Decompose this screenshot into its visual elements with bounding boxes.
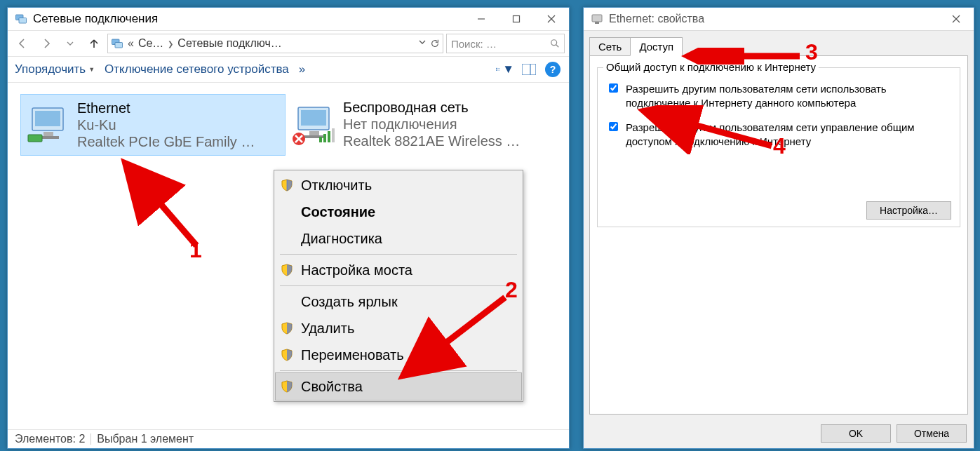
context-menu: Отключить Состояние Диагностика Настройк… [274,170,523,402]
allow-share-label: Разрешить другим пользователям сети испо… [626,82,951,111]
svg-rect-10 [496,68,497,69]
svg-rect-1 [19,18,27,24]
item-name: Беспроводная сеть [343,100,520,116]
item-device: Realtek 8821AE Wireless … [343,133,520,149]
svg-rect-22 [301,110,326,126]
item-device: Realtek PCIe GbE Family … [77,134,255,150]
ok-button[interactable]: OK [821,424,891,443]
svg-rect-27 [328,131,330,142]
cancel-button[interactable]: Отмена [897,424,967,443]
search-icon [550,39,560,48]
ics-groupbox: Общий доступ к подключению к Интернету Р… [597,67,960,227]
maximize-button[interactable] [499,8,534,30]
status-bar: Элементов: 2 Выбран 1 элемент [8,429,569,448]
svg-rect-20 [28,135,42,142]
shield-icon [280,379,294,393]
svg-point-8 [551,40,557,46]
tab-panel-sharing: Общий доступ к подключению к Интернету Р… [589,55,968,415]
svg-rect-3 [514,16,520,22]
item-name: Ethernet [77,100,255,116]
connection-item-wireless[interactable]: Беспроводная сеть Нет подключения Realte… [287,94,551,154]
back-button[interactable] [12,33,33,54]
address-bar: « Се… ❯ Сетевые подключ… Поиск: … [8,30,569,57]
item-status: Ku-Ku [77,117,255,133]
menu-shortcut[interactable]: Создать ярлык [276,288,521,315]
dialog-body: Сеть Доступ Общий доступ к подключению к… [584,31,974,420]
close-button[interactable] [939,8,974,30]
allow-control-checkbox[interactable] [609,122,618,131]
chevron-down-icon[interactable] [419,39,426,46]
svg-line-9 [556,45,559,48]
shield-icon [280,348,294,362]
breadcrumb-bar[interactable]: « Се… ❯ Сетевые подключ… [107,34,443,53]
wireless-adapter-icon [293,103,337,145]
help-icon: ? [545,62,561,77]
command-bar: Упорядочить ▼ Отключение сетевого устрой… [8,57,569,83]
chevron-down-icon: ▼ [502,62,514,76]
shield-icon [280,178,294,192]
menu-status[interactable]: Состояние [276,198,521,225]
shield-icon [280,263,294,277]
item-status: Нет подключения [343,116,520,133]
preview-pane-button[interactable] [520,60,538,79]
ethernet-properties-dialog: Ethernet: свойства Сеть Доступ Общий дос… [583,7,974,449]
menu-delete[interactable]: Удалить [276,315,521,342]
connection-item-ethernet[interactable]: Ethernet Ku-Ku Realtek PCIe GbE Family … [20,94,286,156]
up-button[interactable] [83,33,105,54]
more-commands-button[interactable]: » [299,62,305,76]
selection-count: Выбран 1 элемент [97,433,194,445]
titlebar: Сетевые подключения [8,8,569,30]
menu-bridge[interactable]: Настройка моста [276,257,521,283]
dialog-title: Ethernet: свойства [609,13,939,25]
tab-network[interactable]: Сеть [589,37,631,56]
window-title: Сетевые подключения [33,12,464,26]
forward-button[interactable] [36,33,57,54]
svg-rect-23 [309,131,319,135]
allow-control-label: Разрешить другим пользователям сети упра… [626,121,951,149]
svg-rect-18 [43,132,53,136]
svg-rect-14 [522,64,536,75]
disable-device-button[interactable]: Отключение сетевого устройства [105,62,289,76]
organize-button[interactable]: Упорядочить ▼ [15,62,95,76]
svg-rect-33 [595,22,599,24]
search-input[interactable]: Поиск: … [446,34,565,53]
menu-disable[interactable]: Отключить [276,172,521,198]
chevron-right-icon: ❯ [168,40,173,48]
network-icon [15,13,27,25]
svg-rect-32 [592,15,602,22]
menu-separator [280,254,517,255]
breadcrumb-current[interactable]: Сетевые подключ… [177,37,281,50]
allow-share-checkbox[interactable] [609,83,618,93]
help-button[interactable]: ? [544,60,562,79]
svg-rect-26 [323,134,326,142]
shield-icon [280,321,294,335]
allow-share-checkbox-row[interactable]: Разрешить другим пользователям сети испо… [606,82,951,111]
menu-separator [280,285,517,286]
svg-rect-7 [115,43,123,48]
menu-properties[interactable]: Свойства [275,372,522,400]
svg-rect-28 [332,128,335,142]
minimize-button[interactable] [464,8,499,30]
svg-rect-17 [35,111,60,126]
ethernet-icon [591,13,603,25]
menu-diagnose[interactable]: Диагностика [276,225,521,252]
svg-rect-11 [496,69,497,70]
breadcrumb-root[interactable]: Се… [138,37,163,50]
location-icon [111,37,123,50]
ethernet-adapter-icon [27,104,72,146]
close-button[interactable] [534,8,569,30]
settings-button[interactable]: Настройка… [866,201,951,220]
view-options-button[interactable]: ▼ [496,60,514,79]
allow-control-checkbox-row[interactable]: Разрешить другим пользователям сети упра… [606,121,951,149]
menu-rename[interactable]: Переименовать [276,342,521,368]
titlebar: Ethernet: свойства [584,8,974,31]
tab-strip: Сеть Доступ [589,37,968,56]
dialog-button-row: OK Отмена [821,424,967,443]
refresh-icon[interactable] [430,39,440,48]
menu-separator [280,370,517,371]
recent-dropdown[interactable] [60,33,81,54]
search-placeholder: Поиск: … [451,38,497,50]
groupbox-legend: Общий доступ к подключению к Интернету [603,61,819,73]
tab-sharing[interactable]: Доступ [630,37,683,56]
svg-rect-25 [319,137,322,142]
